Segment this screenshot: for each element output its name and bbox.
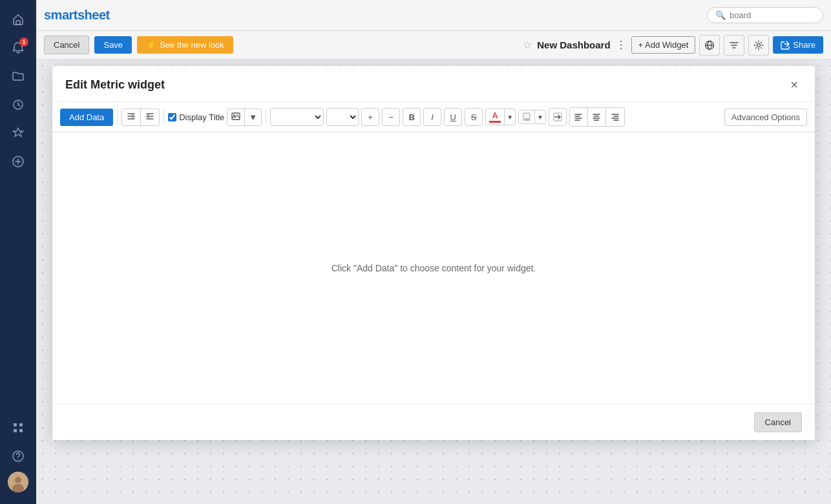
advanced-options-button[interactable]: Advanced Options [724,109,807,126]
search-input[interactable] [730,10,807,20]
toolbar-separator-1 [117,109,118,125]
indent-increase-button[interactable] [141,109,159,125]
action-bar-right: + Add Widget [631,35,823,56]
image-button[interactable] [227,109,245,125]
notification-badge: 1 [19,37,28,47]
save-button[interactable]: Save [94,36,132,54]
share-button[interactable]: Share [773,36,823,54]
dashboard-title: New Dashboard [537,39,610,50]
display-title-label[interactable]: Display Title [168,112,224,122]
text-color-indicator [489,121,501,123]
edit-metric-modal: Edit Metric widget × Add Data [52,66,815,440]
alignment-group [569,107,625,127]
align-left-button[interactable] [570,108,588,126]
sidebar: 1 [0,0,36,504]
font-size-decrease-button[interactable]: − [382,108,400,126]
underline-button[interactable]: U [444,108,462,126]
star-icon[interactable]: ☆ [523,39,532,51]
svg-point-14 [757,43,761,47]
globe-button[interactable] [699,35,720,56]
image-arrow-button[interactable]: ▼ [245,110,261,125]
strikethrough-button[interactable]: S [465,108,483,126]
toolbar-separator-3 [266,109,266,125]
filter-button[interactable] [724,35,744,56]
app-logo: smartsheet [44,8,110,23]
topbar: smartsheet 🔍 [36,0,831,31]
align-center-button[interactable] [588,108,606,126]
dashboard-content: Edit Metric widget × Add Data [36,59,831,504]
modal-footer: Cancel [52,404,815,440]
bold-button[interactable]: B [403,108,421,126]
svg-rect-17 [523,113,530,119]
modal-close-button[interactable]: × [786,76,802,94]
more-options-icon[interactable]: ⋮ [616,39,626,51]
text-color-button[interactable]: A [486,109,505,125]
svg-rect-6 [19,429,23,432]
text-color-arrow-button[interactable]: ▼ [505,112,515,123]
svg-point-10 [15,477,21,483]
sidebar-item-folders[interactable] [5,63,31,89]
text-color-group: A ▼ [485,109,516,125]
modal-toolbar: Add Data [52,102,815,132]
svg-rect-4 [19,423,23,426]
svg-rect-0 [16,21,20,25]
italic-button[interactable]: I [423,108,441,126]
search-box[interactable]: 🔍 [707,7,823,23]
indent-group [121,109,160,126]
modal-overlay: Edit Metric widget × Add Data [36,59,831,504]
sidebar-item-help[interactable] [5,443,31,469]
cancel-button[interactable]: Cancel [44,36,89,54]
svg-rect-18 [523,119,530,121]
font-size-increase-button[interactable]: + [361,108,379,126]
font-family-select[interactable]: Arial Verdana [270,108,324,126]
search-icon: 🔍 [715,10,726,20]
lightning-icon: ⚡ [146,40,156,50]
svg-point-8 [17,459,19,460]
toolbar-separator-2 [163,109,164,125]
font-size-select[interactable]: 10 12 14 [326,108,359,126]
image-icon-group: ▼ [227,109,262,126]
highlight-color-button[interactable] [519,110,535,123]
add-widget-button[interactable]: + Add Widget [631,36,696,54]
sidebar-item-notifications[interactable]: 1 [5,35,31,61]
indent-decrease-button[interactable] [122,109,141,125]
indent-button[interactable] [549,108,567,126]
sidebar-item-new[interactable] [5,149,31,174]
sidebar-item-apps[interactable] [5,415,31,441]
svg-rect-5 [14,429,17,432]
svg-point-16 [234,114,235,116]
svg-rect-3 [14,423,17,426]
avatar[interactable] [8,472,28,492]
add-data-button[interactable]: Add Data [60,109,113,126]
modal-body: Click "Add Data" to choose content for y… [52,132,815,404]
align-right-button[interactable] [606,108,624,126]
sidebar-item-recents[interactable] [5,92,31,118]
highlight-color-group: ▼ [518,110,546,124]
modal-body-text: Click "Add Data" to choose content for y… [331,263,536,273]
modal-title: Edit Metric widget [65,78,786,92]
action-bar: Cancel Save ⚡ See the new look ☆ New Das… [36,31,831,59]
sidebar-item-home[interactable] [5,6,31,32]
highlight-color-arrow-button[interactable]: ▼ [535,112,545,123]
modal-cancel-button[interactable]: Cancel [754,412,802,432]
modal-header: Edit Metric widget × [52,66,815,102]
main-content: smartsheet 🔍 Cancel Save ⚡ See the new l… [36,0,831,504]
settings-button[interactable] [748,35,769,56]
sidebar-item-favorites[interactable] [5,120,31,146]
new-look-button[interactable]: ⚡ See the new look [137,36,233,54]
display-title-checkbox[interactable] [168,113,176,121]
